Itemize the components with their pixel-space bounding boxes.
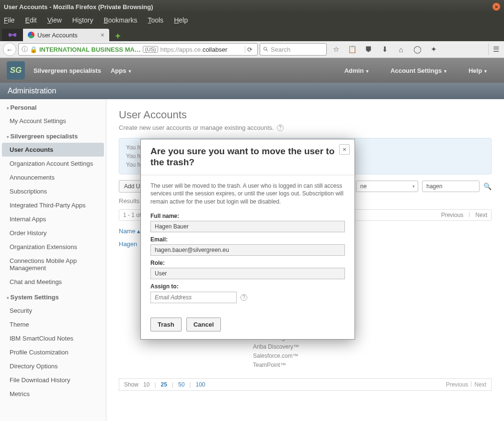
- menu-tools[interactable]: Tools: [148, 16, 163, 24]
- search-icon: [263, 46, 269, 52]
- role-value: User: [150, 268, 345, 279]
- show-label: Show: [124, 381, 138, 388]
- chat-icon[interactable]: ◯: [412, 44, 423, 55]
- sidebar-item-file-download-history[interactable]: File Download History: [0, 373, 106, 387]
- hamburger-menu-icon[interactable]: ☰: [488, 44, 500, 55]
- pagination-bottom: Show 10 | 25 | 50 | 100 Previous Next: [119, 378, 492, 391]
- next-link[interactable]: Next: [475, 212, 487, 218]
- tab-title: User Accounts: [37, 32, 78, 39]
- page-range: 1 - 1 of: [123, 212, 141, 218]
- email-label: Email:: [150, 236, 345, 243]
- next-link-bottom[interactable]: Next: [474, 381, 486, 388]
- svg-point-0: [264, 47, 267, 50]
- chevron-down-icon: ▼: [127, 69, 132, 74]
- sidebar-item-mobile-app-management[interactable]: Connections Mobile App Management: [0, 254, 106, 275]
- sidebar-item-my-account-settings[interactable]: My Account Settings: [0, 114, 106, 128]
- role-label: Role:: [150, 260, 345, 266]
- sidebar-item-order-history[interactable]: Order History: [0, 226, 106, 240]
- fullname-label: Full name:: [150, 213, 345, 219]
- menu-bookmarks[interactable]: Bookmarks: [103, 16, 137, 24]
- bookmark-star-icon[interactable]: ☆: [330, 44, 342, 55]
- sidebar-item-directory-options[interactable]: Directory Options: [0, 359, 106, 373]
- menu-view[interactable]: View: [47, 16, 62, 24]
- url-field[interactable]: ⓘ 🔒 INTERNATIONAL BUSINESS MA… (US) http…: [18, 43, 258, 56]
- nav-apps[interactable]: Apps▼: [111, 67, 132, 74]
- sidebar-item-smartcloud-notes[interactable]: IBM SmartCloud Notes: [0, 331, 106, 345]
- show-100[interactable]: 100: [195, 381, 205, 388]
- downloads-icon[interactable]: ⬇: [379, 44, 390, 55]
- prev-link[interactable]: Previous: [441, 212, 464, 218]
- modal-description: The user will be moved to the trash. A u…: [150, 182, 345, 206]
- service-item: Salesforce.com™: [253, 352, 492, 361]
- confirm-trash-modal: Are you sure you want to move the user t…: [140, 139, 355, 340]
- new-tab-button[interactable]: +: [111, 31, 125, 41]
- tab-user-accounts[interactable]: User Accounts ×: [23, 29, 109, 41]
- sidebar-item-third-party-apps[interactable]: Integrated Third-Party Apps: [0, 198, 106, 212]
- show-10[interactable]: 10: [143, 381, 149, 388]
- sidebar-group-org[interactable]: Silvergreen specialists: [0, 128, 106, 143]
- lock-icon: 🔒: [30, 46, 37, 53]
- table-search-input[interactable]: hagen: [422, 181, 480, 192]
- email-value: hagen.bauer@silvergreen.eu: [150, 244, 345, 256]
- reload-button[interactable]: ⟳: [245, 46, 254, 53]
- menu-history[interactable]: History: [72, 16, 93, 24]
- help-icon[interactable]: ?: [277, 125, 284, 131]
- cancel-button[interactable]: Cancel: [186, 318, 221, 331]
- modal-title: Are you sure you want to move the user t…: [150, 146, 335, 168]
- nav-org[interactable]: Silvergreen specialists: [34, 67, 101, 74]
- sidebar-item-security[interactable]: Security: [0, 304, 106, 318]
- assign-to-input[interactable]: [150, 292, 237, 303]
- modal-close-button[interactable]: ×: [339, 144, 350, 155]
- window-title: User Accounts - Mozilla Firefox (Private…: [4, 3, 153, 11]
- sidebar-item-profile-customization[interactable]: Profile Customization: [0, 345, 106, 359]
- page-subtitle: Create new user accounts or manage exist…: [119, 124, 274, 131]
- sidebar-item-theme[interactable]: Theme: [0, 318, 106, 331]
- home-icon[interactable]: ⌂: [395, 44, 407, 55]
- sidebar-group-personal[interactable]: Personal: [0, 99, 106, 114]
- svg-line-1: [266, 50, 268, 51]
- sidebar-item-subscriptions[interactable]: Subscriptions: [0, 184, 106, 198]
- sidebar-item-user-accounts[interactable]: User Accounts: [2, 143, 104, 157]
- menu-edit[interactable]: Edit: [25, 16, 37, 24]
- trash-button[interactable]: Trash: [150, 318, 182, 331]
- site-identity: INTERNATIONAL BUSINESS MA…: [39, 46, 141, 53]
- menu-file[interactable]: File: [4, 16, 15, 24]
- sidebar-item-chat-meetings[interactable]: Chat and Meetings: [0, 275, 106, 289]
- sidebar-item-internal-apps[interactable]: Internal Apps: [0, 212, 106, 226]
- sidebar: Personal My Account Settings Silvergreen…: [0, 99, 106, 421]
- prev-link-bottom[interactable]: Previous: [446, 381, 469, 388]
- sidebar-group-system[interactable]: System Settings: [0, 289, 106, 304]
- sidebar-item-org-account-settings[interactable]: Organization Account Settings: [0, 157, 106, 171]
- extension-icon[interactable]: ✦: [428, 44, 439, 55]
- window-titlebar: User Accounts - Mozilla Firefox (Private…: [0, 0, 504, 13]
- help-icon[interactable]: ?: [241, 294, 247, 301]
- info-icon[interactable]: ⓘ: [22, 45, 28, 54]
- section-header: Administration: [0, 83, 504, 99]
- assign-label: Assign to:: [150, 283, 345, 290]
- fullname-value: Hagen Bauer: [150, 221, 345, 232]
- app-logo[interactable]: SG: [7, 61, 25, 80]
- clipboard-icon[interactable]: 📋: [346, 44, 358, 55]
- url-scheme: https://apps.ce.: [160, 46, 202, 53]
- search-field[interactable]: Search: [260, 43, 327, 56]
- search-icon[interactable]: 🔍: [483, 182, 492, 190]
- sidebar-item-org-extensions[interactable]: Organization Extensions: [0, 240, 106, 254]
- window-close-button[interactable]: ✕: [493, 3, 500, 11]
- nav-help[interactable]: Help▼: [469, 67, 488, 74]
- pocket-icon[interactable]: ⛊: [363, 44, 374, 55]
- nav-account-settings[interactable]: Account Settings▼: [390, 67, 447, 74]
- private-browsing-icon: [2, 29, 23, 41]
- back-button[interactable]: ←: [3, 43, 16, 56]
- show-50[interactable]: 50: [178, 381, 184, 388]
- tab-close-button[interactable]: ×: [101, 31, 104, 39]
- page-title: User Accounts: [119, 109, 492, 121]
- show-25[interactable]: 25: [161, 381, 167, 388]
- filter-select[interactable]: ne: [356, 181, 418, 192]
- sidebar-item-announcements[interactable]: Announcements: [0, 171, 106, 184]
- tab-strip: User Accounts × +: [0, 27, 504, 41]
- url-host: collabser: [203, 46, 228, 53]
- nav-admin[interactable]: Admin▼: [344, 67, 369, 74]
- region-pill: (US): [143, 46, 159, 53]
- menu-help[interactable]: Help: [174, 16, 188, 24]
- sidebar-item-metrics[interactable]: Metrics: [0, 387, 106, 401]
